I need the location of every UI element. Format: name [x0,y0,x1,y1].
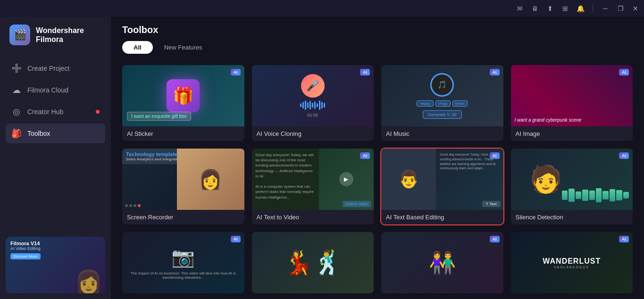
tool-card-text-based-editing[interactable]: AI 👨 Good day everyone! Today, most exci… [381,149,503,224]
divider [593,5,593,12]
sidebar-banner[interactable]: Filmora V14 AI Video Editing Discover Mo… [6,237,105,293]
restore-button[interactable]: ❐ [616,4,625,13]
banner-figure: 👩 [75,271,103,293]
thumbnail-text-to-video: AI Good day everyone! Today, we will be … [252,149,374,210]
title-bar: ✉ 🖥 ⬆ ⊞ 🔔 ─ ❐ ✕ [0,0,644,17]
sidebar-item-label: Creator Hub [27,108,63,116]
tool-card-screen-recorder[interactable]: Technology template Sales Analytics and … [122,149,244,224]
text-to-video-script: Good day everyone! Today, we will be dis… [252,149,319,210]
music-record-icon: 🎵 [430,73,454,97]
tool-label-screen-recorder: Screen Recorder [122,210,244,224]
tool-label-silence-detection: Silence Detection [511,210,633,224]
tool-label-ai-sticker: AI Sticker [122,126,244,141]
music-tags: Happy Vlogs Beats [417,100,468,107]
sidebar-nav: ➕ Create Project ☁ Filmora Cloud ◎ Creat… [0,55,111,231]
ai-badge: AI [490,69,500,75]
logo-icon: 🎬 [9,25,30,45]
tab-new-features[interactable]: New Features [153,41,214,54]
thumbnail-partial-1: AI 📷 The impact of AI on business: This … [122,232,244,293]
generate-button[interactable]: Generate ↻ 30 [423,110,462,119]
page-title: Toolbox [122,25,633,35]
tool-card-partial-1[interactable]: AI 📷 The impact of AI on business: This … [122,232,244,293]
tool-card-ai-image[interactable]: AI I want a grand cyberpunk scene AI Ima… [511,65,633,141]
sidebar-item-filmora-cloud[interactable]: ☁ Filmora Cloud [6,80,105,100]
thumbnail-partial-3: AI 👫 [381,232,503,293]
sidebar-item-label: Create Project [27,65,69,72]
banner-title: Filmora V14 [10,241,100,246]
text-button[interactable]: T Text [482,201,501,207]
wanderlust-text: WANDERLUST VAGLAKKOGUS [543,257,601,269]
ai-badge: AI [619,152,629,159]
tool-card-silence-detection[interactable]: AI 🧑 Silence Detecti [511,149,633,224]
grid-icon[interactable]: ⊞ [560,4,570,13]
thumbnail-ai-music: AI 🎵 Happy Vlogs Beats Generate ↻ 30 [381,65,503,126]
sidebar-item-label: Filmora Cloud [27,86,68,94]
dance-figures-icon: 💃🕺 [284,249,342,276]
tool-card-partial-3[interactable]: AI 👫 [381,232,503,293]
voice-timer: 01:02 [307,113,318,117]
tools-grid: AI 🎁 I want an exquisite gift box AI Sti… [122,65,633,293]
tool-card-ai-music[interactable]: AI 🎵 Happy Vlogs Beats Generate ↻ 30 AI … [381,65,503,141]
tool-card-ai-sticker[interactable]: AI 🎁 I want an exquisite gift box AI Sti… [122,65,244,141]
sidebar: 🎬 Wondershare Filmora ➕ Create Project ☁… [0,0,111,299]
thumbnail-silence-detection: AI 🧑 [511,149,633,210]
tab-bar: All New Features [122,41,633,54]
sticker-text-bubble: I want an exquisite gift box [127,112,191,121]
upload-icon[interactable]: ⬆ [545,4,555,13]
thumbnail-text-based-editing: AI 👨 Good day everyone! Today, most exci… [381,149,503,210]
logo: 🎬 Wondershare Filmora [0,17,111,55]
sidebar-item-create-project[interactable]: ➕ Create Project [6,58,105,78]
music-tag-happy: Happy [417,100,433,107]
tool-label-ai-image: AI Image [511,126,633,141]
tool-card-partial-4[interactable]: AI WANDERLUST VAGLAKKOGUS [511,232,633,293]
tool-label-text-based-editing: AI Text Based Editing [381,210,503,224]
tool-label-text-to-video: AI Text to Video [252,210,374,224]
gift-box-icon: 🎁 [167,79,200,112]
ai-badge: AI [231,236,241,242]
thumbnail-screen-recorder: Technology template Sales Analytics and … [122,149,244,210]
ai-badge: AI [490,236,500,242]
text-edit-person: 👨 [381,149,436,210]
thumbnail-partial-2: 💃🕺 [252,232,374,293]
tool-label-voice-cloning: AI Voice Cloning [252,126,374,141]
tools-grid-container: AI 🎁 I want an exquisite gift box AI Sti… [111,58,644,299]
banner-badge[interactable]: Discover More [10,253,41,259]
main-content: Toolbox All New Features AI 🎁 I want an … [111,0,644,299]
monitor-icon[interactable]: 🖥 [530,4,540,13]
thumbnail-voice-cloning: AI 🎤 01:02 [252,65,374,126]
ai-badge: AI [619,236,629,242]
sidebar-item-creator-hub[interactable]: ◎ Creator Hub [6,102,105,122]
banner-subtitle: AI Video Editing [10,246,100,251]
screen-rec-controls [125,204,141,207]
partial-text: The impact of AI on business: This video… [122,271,244,280]
thumbnail-ai-sticker: AI 🎁 I want an exquisite gift box [122,65,244,126]
logo-text: Wondershare Filmora [36,26,84,44]
search-video-button[interactable]: Search Video [343,201,371,207]
toolbox-icon: 🎒 [11,128,22,139]
thumbnail-partial-4: AI WANDERLUST VAGLAKKOGUS [511,232,633,293]
sidebar-item-label: Toolbox [27,130,50,137]
close-button[interactable]: ✕ [631,4,640,13]
tab-all[interactable]: All [122,41,153,54]
couple-icon: 👫 [429,250,456,275]
tool-card-ai-voice-cloning[interactable]: AI 🎤 01:02 [252,65,374,141]
ai-badge: AI [231,69,241,75]
camera-icon: 📷 [171,246,195,268]
notification-dot [96,110,100,114]
play-button[interactable]: ▶ [339,172,353,186]
sidebar-item-toolbox[interactable]: 🎒 Toolbox [6,124,105,143]
screen-rec-person: 👩 [177,149,244,210]
bell-icon[interactable]: 🔔 [576,4,585,13]
main-header: Toolbox All New Features [111,17,644,58]
voice-waveform [300,100,325,110]
send-icon[interactable]: ✉ [515,4,525,13]
tool-label-ai-music: AI Music [381,126,503,141]
music-tag-beats: Beats [452,100,468,107]
ai-badge: AI [360,69,370,75]
tool-card-partial-2[interactable]: 💃🕺 [252,232,374,293]
ai-image-background: I want a grand cyberpunk scene [511,65,633,126]
title-bar-actions: ✉ 🖥 ⬆ ⊞ 🔔 ─ ❐ ✕ [515,4,640,13]
tool-card-text-to-video[interactable]: AI Good day everyone! Today, we will be … [252,149,374,224]
minimize-button[interactable]: ─ [601,4,610,13]
banner-content: Filmora V14 AI Video Editing Discover Mo… [10,241,100,259]
